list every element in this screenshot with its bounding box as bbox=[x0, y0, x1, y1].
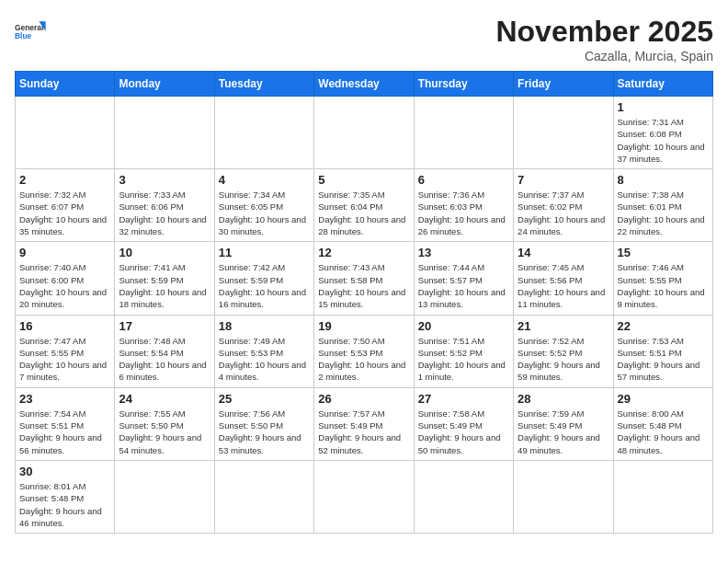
week-row-5: 23 Sunrise: 7:54 AMSunset: 5:51 PMDaylig… bbox=[16, 387, 713, 460]
day-21: 21 Sunrise: 7:52 AMSunset: 5:52 PMDaylig… bbox=[514, 315, 613, 387]
header-thursday: Thursday bbox=[414, 72, 513, 97]
week-row-6: 30 Sunrise: 8:01 AMSunset: 5:48 PMDaylig… bbox=[16, 460, 713, 533]
day-5: 5 Sunrise: 7:35 AMSunset: 6:04 PMDayligh… bbox=[314, 169, 414, 242]
title-block: November 2025 Cazalla, Murcia, Spain bbox=[495, 15, 713, 63]
day-2: 2 Sunrise: 7:32 AMSunset: 6:07 PMDayligh… bbox=[16, 169, 115, 242]
location: Cazalla, Murcia, Spain bbox=[495, 49, 713, 63]
day-28: 28 Sunrise: 7:59 AMSunset: 5:49 PMDaylig… bbox=[514, 387, 613, 460]
day-27: 27 Sunrise: 7:58 AMSunset: 5:49 PMDaylig… bbox=[414, 387, 513, 460]
day-16: 16 Sunrise: 7:47 AMSunset: 5:55 PMDaylig… bbox=[16, 315, 115, 387]
empty-cell bbox=[514, 97, 613, 169]
day-9: 9 Sunrise: 7:40 AMSunset: 6:00 PMDayligh… bbox=[16, 242, 115, 315]
empty-cell bbox=[115, 97, 214, 169]
day-4: 4 Sunrise: 7:34 AMSunset: 6:05 PMDayligh… bbox=[214, 169, 313, 242]
svg-text:General: General bbox=[15, 23, 43, 32]
month-title: November 2025 bbox=[495, 15, 713, 49]
empty-cell bbox=[214, 460, 313, 533]
weekday-header-row: Sunday Monday Tuesday Wednesday Thursday… bbox=[16, 72, 713, 97]
day-30: 30 Sunrise: 8:01 AMSunset: 5:48 PMDaylig… bbox=[16, 460, 115, 533]
empty-cell bbox=[214, 97, 313, 169]
day-20: 20 Sunrise: 7:51 AMSunset: 5:52 PMDaylig… bbox=[414, 315, 513, 387]
week-row-1: 1 Sunrise: 7:31 AM Sunset: 6:08 PM Dayli… bbox=[16, 97, 713, 169]
day-23: 23 Sunrise: 7:54 AMSunset: 5:51 PMDaylig… bbox=[16, 387, 115, 460]
empty-cell bbox=[414, 97, 513, 169]
page-header: GeneralBlue November 2025 Cazalla, Murci… bbox=[15, 15, 713, 63]
day-12: 12 Sunrise: 7:43 AMSunset: 5:58 PMDaylig… bbox=[314, 242, 414, 315]
empty-cell bbox=[115, 460, 214, 533]
header-wednesday: Wednesday bbox=[314, 72, 414, 97]
empty-cell bbox=[414, 460, 513, 533]
day-8: 8 Sunrise: 7:38 AMSunset: 6:01 PMDayligh… bbox=[613, 169, 712, 242]
day-17: 17 Sunrise: 7:48 AMSunset: 5:54 PMDaylig… bbox=[115, 315, 214, 387]
calendar-table: Sunday Monday Tuesday Wednesday Thursday… bbox=[15, 71, 713, 534]
empty-cell bbox=[314, 460, 414, 533]
empty-cell bbox=[514, 460, 613, 533]
header-sunday: Sunday bbox=[16, 72, 115, 97]
day-14: 14 Sunrise: 7:45 AMSunset: 5:56 PMDaylig… bbox=[514, 242, 613, 315]
header-saturday: Saturday bbox=[613, 72, 712, 97]
header-tuesday: Tuesday bbox=[214, 72, 313, 97]
week-row-4: 16 Sunrise: 7:47 AMSunset: 5:55 PMDaylig… bbox=[16, 315, 713, 387]
day-24: 24 Sunrise: 7:55 AMSunset: 5:50 PMDaylig… bbox=[115, 387, 214, 460]
day-6: 6 Sunrise: 7:36 AMSunset: 6:03 PMDayligh… bbox=[414, 169, 513, 242]
day-22: 22 Sunrise: 7:53 AMSunset: 5:51 PMDaylig… bbox=[613, 315, 712, 387]
day-3: 3 Sunrise: 7:33 AMSunset: 6:06 PMDayligh… bbox=[115, 169, 214, 242]
header-monday: Monday bbox=[115, 72, 214, 97]
day-25: 25 Sunrise: 7:56 AMSunset: 5:50 PMDaylig… bbox=[214, 387, 313, 460]
day-7: 7 Sunrise: 7:37 AMSunset: 6:02 PMDayligh… bbox=[514, 169, 613, 242]
week-row-2: 2 Sunrise: 7:32 AMSunset: 6:07 PMDayligh… bbox=[16, 169, 713, 242]
logo: GeneralBlue bbox=[15, 15, 48, 48]
week-row-3: 9 Sunrise: 7:40 AMSunset: 6:00 PMDayligh… bbox=[16, 242, 713, 315]
header-friday: Friday bbox=[514, 72, 613, 97]
day-18: 18 Sunrise: 7:49 AMSunset: 5:53 PMDaylig… bbox=[214, 315, 313, 387]
day-26: 26 Sunrise: 7:57 AMSunset: 5:49 PMDaylig… bbox=[314, 387, 414, 460]
svg-text:Blue: Blue bbox=[15, 31, 32, 40]
day-11: 11 Sunrise: 7:42 AMSunset: 5:59 PMDaylig… bbox=[214, 242, 313, 315]
empty-cell bbox=[16, 97, 115, 169]
logo-icon: GeneralBlue bbox=[15, 15, 48, 48]
day-19: 19 Sunrise: 7:50 AMSunset: 5:53 PMDaylig… bbox=[314, 315, 414, 387]
day-1: 1 Sunrise: 7:31 AM Sunset: 6:08 PM Dayli… bbox=[613, 97, 712, 169]
day-29: 29 Sunrise: 8:00 AMSunset: 5:48 PMDaylig… bbox=[613, 387, 712, 460]
day-10: 10 Sunrise: 7:41 AMSunset: 5:59 PMDaylig… bbox=[115, 242, 214, 315]
day-15: 15 Sunrise: 7:46 AMSunset: 5:55 PMDaylig… bbox=[613, 242, 712, 315]
empty-cell bbox=[314, 97, 414, 169]
empty-cell bbox=[613, 460, 712, 533]
day-13: 13 Sunrise: 7:44 AMSunset: 5:57 PMDaylig… bbox=[414, 242, 513, 315]
